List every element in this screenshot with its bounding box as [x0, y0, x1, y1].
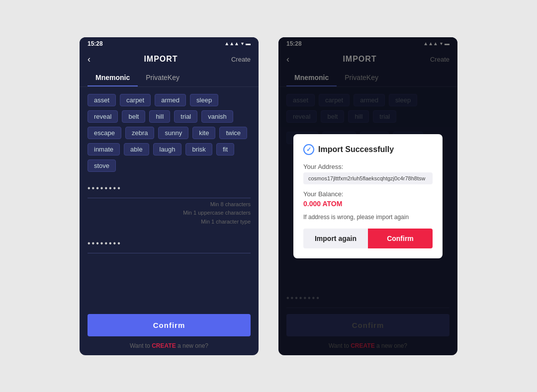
- word-chip: able: [124, 143, 149, 156]
- word-chip: brisk: [185, 143, 212, 156]
- word-chip: reveal: [88, 110, 118, 123]
- word-grid-1: asset carpet armed sleep reveal belt hil…: [80, 87, 259, 179]
- modal-title: ✓ Import Successfully: [303, 144, 433, 155]
- wallet-address: cosmos17jlttfxm2rluh5flaekscqhtgzj0c4r78…: [303, 172, 433, 184]
- password-wrapper-1: Min 8 characters Min 1 uppercase charact…: [88, 179, 251, 227]
- input-section-1: Min 8 characters Min 1 uppercase charact…: [80, 179, 259, 308]
- word-chip: belt: [122, 110, 145, 123]
- word-chip: laugh: [153, 143, 182, 156]
- word-chip: trial: [174, 110, 197, 123]
- word-chip: twice: [219, 127, 247, 139]
- phone-2: 15:28 ▲▲▲ ▾ ▬ ‹ IMPORT Create Mnemonic P…: [278, 37, 457, 355]
- page-title-1: IMPORT: [144, 55, 178, 64]
- word-chip: stove: [88, 159, 116, 172]
- confirm-password-input-1[interactable]: [88, 234, 251, 253]
- word-chip: inmate: [88, 143, 120, 156]
- battery-icon: ▬: [246, 41, 251, 46]
- tab-mnemonic-1[interactable]: Mnemonic: [88, 69, 138, 86]
- word-chip: armed: [155, 94, 186, 106]
- word-chip: zebra: [125, 127, 155, 139]
- balance-value: 0.000 ATOM: [303, 200, 433, 208]
- modal-confirm-button[interactable]: Confirm: [368, 229, 433, 248]
- word-chip: hill: [149, 110, 170, 123]
- word-chip: escape: [88, 127, 121, 139]
- password-input-1[interactable]: [88, 179, 251, 198]
- success-icon: ✓: [303, 144, 314, 155]
- modal-actions: Import again Confirm: [303, 229, 433, 248]
- create-link-bottom-1[interactable]: CREATE: [152, 342, 176, 349]
- modal-warning: If address is wrong, please import again: [303, 214, 433, 221]
- confirm-button-1[interactable]: Confirm: [88, 314, 251, 336]
- import-again-button[interactable]: Import again: [303, 229, 368, 248]
- status-icons-1: ▲▲▲ ▾ ▬: [224, 41, 251, 46]
- word-chip: kite: [192, 127, 215, 139]
- phone-1: 15:28 ▲▲▲ ▾ ▬ ‹ IMPORT Create Mnemonic P…: [80, 37, 259, 355]
- wifi-icon: ▾: [241, 41, 244, 46]
- address-label: Your Address:: [303, 163, 433, 170]
- header-1: ‹ IMPORT Create: [80, 50, 259, 69]
- signal-icon: ▲▲▲: [224, 41, 239, 46]
- confirm-password-wrapper-1: [88, 234, 251, 253]
- balance-label: Your Balance:: [303, 190, 433, 198]
- tab-privatekey-1[interactable]: PrivateKey: [138, 69, 187, 86]
- bottom-text-1: Want to CREATE a new one?: [80, 342, 259, 355]
- word-chip: carpet: [120, 94, 151, 106]
- import-success-modal: ✓ Import Successfully Your Address: cosm…: [293, 134, 443, 258]
- status-time-1: 15:28: [88, 40, 103, 47]
- password-hint-1: Min 8 characters Min 1 uppercase charact…: [88, 200, 251, 227]
- create-link-header-1[interactable]: Create: [231, 56, 251, 63]
- word-chip: asset: [88, 94, 116, 106]
- word-chip: sunny: [158, 127, 188, 139]
- word-chip: fit: [216, 143, 234, 156]
- back-button-1[interactable]: ‹: [88, 54, 90, 65]
- modal-overlay: ✓ Import Successfully Your Address: cosm…: [278, 37, 457, 355]
- word-chip: vanish: [201, 110, 233, 123]
- status-bar-1: 15:28 ▲▲▲ ▾ ▬: [80, 37, 259, 50]
- tabs-1: Mnemonic PrivateKey: [80, 69, 259, 87]
- word-chip: sleep: [190, 94, 218, 106]
